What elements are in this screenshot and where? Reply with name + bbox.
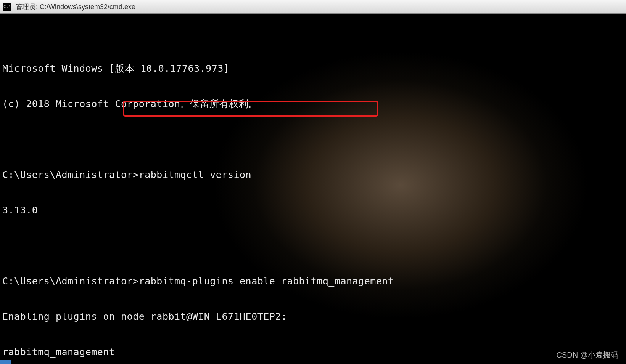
terminal-content: Microsoft Windows [版本 10.0.17763.973] (c… (2, 39, 624, 364)
terminal-area[interactable]: Microsoft Windows [版本 10.0.17763.973] (c… (0, 14, 626, 364)
terminal-line (2, 133, 624, 145)
terminal-line: Microsoft Windows [版本 10.0.17763.973] (2, 63, 624, 74)
terminal-line: rabbitmq_management (2, 346, 624, 358)
taskbar-hint (0, 360, 11, 364)
terminal-line: Enabling plugins on node rabbit@WIN-L671… (2, 311, 624, 322)
terminal-line: (c) 2018 Microsoft Corporation。保留所有权利。 (2, 98, 624, 110)
terminal-line: 3.13.0 (2, 204, 624, 216)
terminal-line-highlighted: C:\Users\Administrator>rabbitmq-plugins … (2, 275, 624, 287)
terminal-line: C:\Users\Administrator>rabbitmqctl versi… (2, 169, 624, 181)
terminal-line (2, 240, 624, 252)
watermark: CSDN @小袁搬码 (556, 350, 618, 360)
cmd-icon: C:\ (3, 3, 11, 11)
window-title: 管理员: C:\Windows\system32\cmd.exe (15, 2, 135, 11)
window-titlebar[interactable]: C:\ 管理员: C:\Windows\system32\cmd.exe (0, 0, 626, 14)
